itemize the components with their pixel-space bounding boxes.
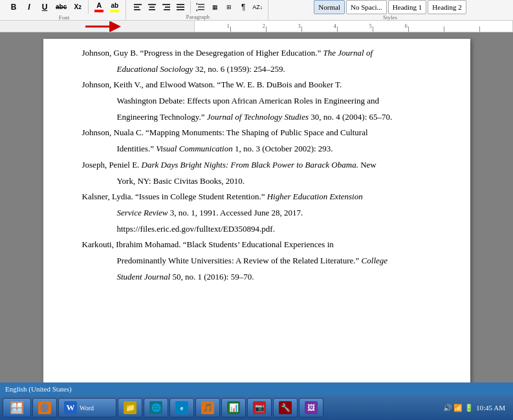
language-status: English (United States) [5, 385, 72, 393]
ruler-label-6: 6 [405, 23, 408, 29]
color-indicator [94, 10, 104, 12]
taskbar: 🪟 🌀 W Word 📁 🌐 e 🎵 📊 📷 🔧 🖼 🔊 📶 🔋 10:45 A… [0, 395, 513, 420]
ruler: 1 2 3 4 5 6 [0, 21, 513, 32]
svg-rect-4 [149, 6, 155, 8]
no-spacing-style-button[interactable]: No Spaci... [346, 0, 387, 14]
underline-button[interactable]: U [38, 0, 52, 14]
align-center-button[interactable] [146, 1, 158, 13]
app8-icon: 📷 [253, 401, 266, 414]
kalsner-lydia-hang1: Service Review 3, no. 1, 1991. Accessed … [117, 205, 431, 221]
highlight-icon: ab [110, 2, 119, 12]
subscript-button[interactable]: X2 [71, 0, 85, 14]
svg-rect-8 [164, 9, 170, 10]
font-controls-row: B I U abc X2 A ab [6, 0, 122, 14]
bold-button[interactable]: B [6, 0, 21, 14]
svg-rect-9 [177, 4, 184, 5]
johnson-keith-hang1: Washington Debate: Effects upon African … [117, 93, 431, 109]
svg-rect-13 [198, 6, 204, 8]
font-section: B I U abc X2 A ab Font [3, 0, 126, 20]
svg-rect-11 [177, 9, 184, 10]
font-color-icon: A [94, 2, 104, 12]
joseph-peniel-title-italic: Dark Days Bright Nights: From Black Powe… [142, 160, 358, 170]
svg-rect-10 [177, 6, 184, 8]
taskbar-app-10[interactable]: 🖼 [299, 398, 323, 417]
svg-rect-3 [148, 4, 156, 5]
tick-4 [337, 27, 338, 32]
taskbar-app-4[interactable]: 🌐 [144, 398, 168, 417]
heading2-style-button[interactable]: Heading 2 [428, 0, 466, 14]
bib-entry-johnson-nuala: Johnson, Nuala C. “Mapping Monuments: Th… [82, 125, 431, 157]
paragraph-section: ▦ ⊞ ¶ AZ↓ Paragraph [127, 0, 268, 20]
johnson-keith-first: Johnson, Keith V., and Elwood Watson. “T… [82, 77, 431, 93]
align-right-icon [162, 3, 171, 12]
strikethrough-button[interactable]: abc [53, 0, 69, 14]
taskbar-app-6[interactable]: 🎵 [195, 398, 220, 417]
taskbar-app-5[interactable]: e [169, 398, 194, 417]
kalsner-lydia-first: Kalsner, Lydia. “Issues in College Stude… [82, 189, 431, 205]
taskbar-app-8[interactable]: 📷 [247, 398, 272, 417]
tick-2 [266, 27, 267, 32]
tick-8 [479, 27, 480, 32]
taskbar-app-3[interactable]: 📁 [118, 398, 142, 417]
taskbar-app-2[interactable]: W Word [58, 398, 116, 417]
font-color-button[interactable]: A [92, 0, 106, 14]
johnson-guy-journal-italic2: Educational Sociology [117, 64, 193, 74]
bib-entry-johnson-guy: Johnson, Guy B. “Progress in the Desegre… [82, 45, 431, 77]
taskbar-app-9[interactable]: 🔧 [273, 398, 298, 417]
app9-icon: 🔧 [279, 401, 292, 414]
system-tray: 🔊 📶 🔋 10:45 AM [438, 404, 510, 412]
document-wrapper: Johnson, Guy B. “Progress in the Desegre… [0, 32, 513, 382]
heading1-style-button[interactable]: Heading 1 [388, 0, 427, 14]
sep1 [88, 1, 89, 14]
ruler-ticks: 1 2 3 4 5 6 [195, 21, 512, 32]
tick-7 [444, 27, 444, 32]
app2-icon: W [64, 401, 77, 414]
sort-button[interactable]: AZ↓ [251, 1, 264, 13]
svg-rect-12 [198, 4, 204, 5]
app1-icon: 🌀 [38, 401, 51, 414]
tick-5 [373, 27, 373, 32]
align-right-button[interactable] [160, 1, 173, 13]
johnson-nuala-first: Johnson, Nuala C. “Mapping Monuments: Th… [82, 125, 431, 141]
svg-rect-5 [149, 9, 155, 10]
align-left-button[interactable] [131, 1, 144, 13]
bib-entry-karkouti-ibrahim: Karkouti, Ibrahim Mohamad. “Black Studen… [82, 237, 431, 285]
svg-rect-2 [134, 9, 140, 10]
normal-style-button[interactable]: Normal [314, 0, 345, 14]
line-spacing-button[interactable] [194, 1, 207, 13]
ruler-main: 1 2 3 4 5 6 [194, 21, 513, 32]
shading-button[interactable]: ▦ [208, 1, 221, 13]
styles-row: Normal No Spaci... Heading 1 Heading 2 [314, 0, 466, 14]
italic-button[interactable]: I [22, 0, 36, 14]
taskbar-app-1[interactable]: 🌀 [32, 398, 57, 417]
borders-button[interactable]: ⊞ [223, 1, 235, 13]
johnson-guy-hang: Educational Sociology 32, no. 6 (1959): … [117, 61, 431, 78]
align-left-icon [133, 3, 142, 12]
app2-label: Word [80, 404, 94, 412]
app6-icon: 🎵 [201, 401, 214, 414]
highlight-button[interactable]: ab [107, 0, 122, 14]
svg-rect-6 [162, 4, 170, 5]
clock: 10:45 AM [476, 404, 505, 412]
ruler-left-margin [0, 21, 89, 32]
align-justify-button[interactable] [174, 1, 187, 13]
karkouti-ibrahim-hang1: Predominantly White Universities: A Revi… [117, 253, 431, 269]
paragraph-mark-button[interactable]: ¶ [237, 1, 250, 13]
start-button[interactable]: 🪟 [3, 398, 31, 417]
font-label: Font [59, 14, 70, 21]
taskbar-app-7[interactable]: 📊 [221, 398, 246, 417]
joseph-peniel-hang1: York, NY: Basic Civitas Books, 2010. [117, 173, 431, 190]
svg-rect-7 [165, 6, 170, 8]
ruler-label-3: 3 [298, 23, 301, 29]
karkouti-ibrahim-hang2: Student Journal 50, no. 1 (2016): 59–70. [117, 269, 431, 285]
kalsner-lydia-url: https://files.eric.ed.gov/fulltext/ED350… [117, 221, 431, 238]
document-page[interactable]: Johnson, Guy B. “Progress in the Desegre… [43, 39, 470, 382]
start-icon: 🪟 [10, 401, 24, 415]
kalsner-journal-italic2: Service Review [117, 208, 168, 217]
styles-label: Styles [383, 14, 397, 21]
app4-icon: 🌐 [149, 401, 162, 414]
karkouti-journal-italic2: Student Journal [117, 272, 171, 282]
paragraph-controls-row: ▦ ⊞ ¶ AZ↓ [131, 1, 264, 14]
tick-1 [230, 27, 231, 32]
bib-entry-kalsner-lydia: Kalsner, Lydia. “Issues in College Stude… [82, 189, 431, 237]
